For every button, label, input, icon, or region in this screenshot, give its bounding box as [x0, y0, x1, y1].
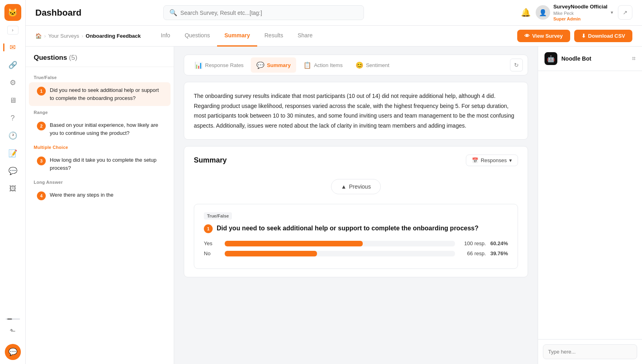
summary-section: Summary 📅 Responses ▾ ▲ Previous [184, 146, 528, 277]
group-label-multiple-choice: Multiple Choice [26, 142, 174, 151]
refresh-button[interactable]: ↻ [510, 59, 523, 71]
question-card: True/False 1 Did you need to seek additi… [194, 204, 518, 269]
responses-icon: 📅 [472, 157, 478, 163]
subtab-sentiment[interactable]: 😊 Sentiment [350, 57, 395, 73]
sub-header-actions: 👁 View Survey ⬇ Download CSV [517, 30, 632, 42]
sidebar-toggle[interactable]: › [7, 26, 18, 35]
subtab-response-rates[interactable]: 📊 Response Rates [189, 57, 249, 73]
monitor-icon: 🖥 [9, 96, 16, 105]
noodle-input[interactable] [543, 344, 637, 359]
search-icon: 🔍 [169, 9, 177, 16]
tab-summary[interactable]: Summary [217, 26, 257, 47]
chevron-up-icon: ▲ [341, 183, 347, 190]
sidebar-item-links[interactable]: 🔗 [5, 57, 21, 73]
answer-bar-fill-no [225, 251, 317, 256]
answer-label-no: No [204, 250, 220, 256]
questions-header: Questions (5) [26, 47, 174, 67]
download-icon: ⬇ [581, 33, 586, 39]
summary-section-header: Summary 📅 Responses ▾ [194, 155, 518, 166]
edit-icon: 📝 [8, 149, 17, 158]
sidebar-item-settings[interactable]: ⚙ [5, 75, 21, 91]
view-survey-button[interactable]: 👁 View Survey [517, 30, 570, 42]
chevron-down-icon: ▾ [611, 10, 613, 15]
answer-stats-yes: 100 resp. 60.24% [460, 240, 508, 246]
responses-button[interactable]: 📅 Responses ▾ [466, 155, 518, 166]
avatar: 👤 [536, 5, 550, 20]
user-avatar-wrap[interactable]: 👤 SurveyNoodle Official Mike Peck Super … [536, 4, 613, 22]
content-inner: 📊 Response Rates 💬 Summary 📋 Action Item… [174, 47, 538, 285]
sidebar-item-monitor[interactable]: 🖥 [5, 92, 21, 108]
noodle-panel: 🤖 Noodle Bot ⌗ [538, 47, 642, 364]
noodle-footer [538, 339, 642, 364]
breadcrumb-current: Onboarding Feedback [86, 33, 141, 39]
clock-icon: 🕐 [8, 131, 17, 140]
sidebar-item-chat[interactable]: 💬 [5, 163, 21, 179]
arrow-icon: ↗ [623, 9, 628, 16]
list-item[interactable]: 2 Based on your initial experience, how … [29, 117, 171, 141]
answer-bar-no [225, 251, 455, 256]
question-number: 4 [37, 191, 46, 200]
question-text: Did you need to seek additional help or … [50, 86, 163, 102]
questions-panel: Questions (5) True/False 1 Did you need … [26, 47, 174, 364]
tab-share[interactable]: Share [291, 26, 320, 47]
sub-tabs: 📊 Response Rates 💬 Summary 📋 Action Item… [184, 55, 528, 75]
noodle-title: Noodle Bot [561, 55, 591, 62]
answer-stats-no: 66 resp. 39.76% [460, 250, 508, 256]
card-question-text: Did you need to seek additional help or … [217, 224, 479, 233]
question-card-header: 1 Did you need to seek additional help o… [204, 224, 508, 233]
question-text: Were there any steps in the [50, 191, 114, 199]
noodle-body [538, 71, 642, 339]
sidebar-item-clock[interactable]: 🕐 [5, 128, 21, 144]
notification-icon[interactable]: 🔔 [521, 8, 531, 17]
questions-list: True/False 1 Did you need to seek additi… [26, 67, 174, 364]
summary-icon: 💬 [256, 61, 264, 69]
sentiment-icon: 😊 [356, 61, 364, 69]
subtab-summary[interactable]: 💬 Summary [251, 57, 296, 73]
question-number: 3 [37, 157, 46, 165]
list-item[interactable]: 1 Did you need to seek additional help o… [29, 82, 171, 106]
search-container: 🔍 [163, 5, 364, 20]
download-csv-button[interactable]: ⬇ Download CSV [574, 30, 632, 42]
breadcrumb-sep-2: › [81, 33, 83, 39]
image-icon: 🖼 [9, 185, 16, 193]
chat-fab-button[interactable]: 💬 [5, 344, 21, 360]
gear-icon: ⚙ [10, 78, 16, 87]
tab-questions[interactable]: Questions [177, 26, 217, 47]
tab-info[interactable]: Info [154, 26, 177, 47]
sidebar-item-home[interactable]: ✉ [5, 39, 21, 55]
app-title: Dashboard [35, 8, 81, 18]
noodle-collapse-button[interactable]: ⌗ [632, 55, 636, 62]
answer-row-no: No 66 resp. 39.76% [204, 250, 508, 256]
header-right: 🔔 👤 SurveyNoodle Official Mike Peck Supe… [521, 4, 632, 22]
answer-bar-fill-yes [225, 241, 363, 246]
subtab-action-items[interactable]: 📋 Action Items [298, 57, 348, 73]
group-label-range: Range [26, 107, 174, 116]
search-input[interactable] [181, 10, 358, 16]
breadcrumb-surveys[interactable]: Your Surveys [48, 33, 79, 39]
tab-results[interactable]: Results [257, 26, 291, 47]
previous-button[interactable]: ▲ Previous [331, 179, 381, 194]
user-info: SurveyNoodle Official Mike Peck Super Ad… [553, 4, 607, 22]
group-label-long-answer: Long Answer [26, 177, 174, 186]
sidebar-item-logout[interactable]: ⬑ [5, 323, 21, 339]
breadcrumb: 🏠 › Your Surveys › Onboarding Feedback [35, 33, 141, 39]
list-item[interactable]: 3 How long did it take you to complete t… [29, 152, 171, 176]
home-breadcrumb[interactable]: 🏠 [35, 33, 42, 39]
user-name: SurveyNoodle Official [553, 4, 607, 10]
response-rates-icon: 📊 [195, 61, 203, 69]
summary-body-text: The onboarding survey results indicate t… [194, 93, 514, 129]
list-item[interactable]: 4 Were there any steps in the [29, 187, 171, 204]
home-icon: ✉ [10, 43, 16, 52]
sidebar-item-image[interactable]: 🖼 [5, 181, 21, 197]
sidebar-item-edit[interactable]: 📝 [5, 145, 21, 161]
chat-fab-icon: 💬 [8, 348, 17, 356]
questions-title: Questions (5) [34, 54, 77, 61]
header-action-button[interactable]: ↗ [618, 5, 632, 20]
link-icon: 🔗 [8, 61, 17, 69]
question-number: 1 [37, 87, 46, 96]
sidebar: 🐱 › ✉ 🔗 ⚙ 🖥 ? 🕐 📝 💬 🖼 ⬑ 💬 [0, 0, 26, 364]
breadcrumb-sep-1: › [44, 33, 46, 39]
answer-row-yes: Yes 100 resp. 60.24% [204, 240, 508, 246]
question-type-tag: True/False [204, 212, 232, 220]
sidebar-item-help[interactable]: ? [5, 110, 21, 126]
